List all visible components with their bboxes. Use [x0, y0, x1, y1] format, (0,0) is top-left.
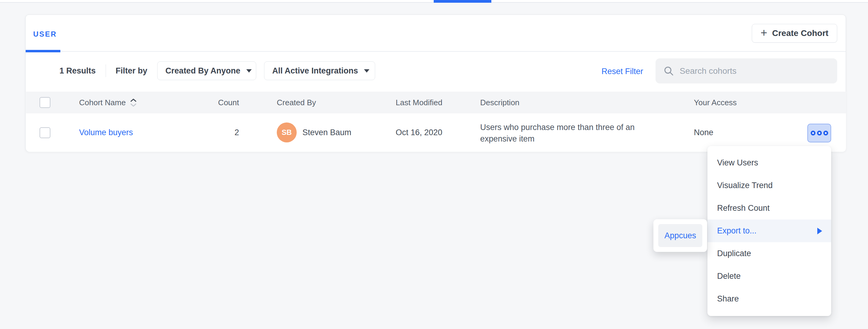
menu-item-duplicate[interactable]: Duplicate — [707, 242, 831, 265]
menu-item-delete[interactable]: Delete — [707, 265, 831, 287]
menu-item-view-users[interactable]: View Users — [707, 152, 831, 174]
header-created-by[interactable]: Created By — [277, 92, 316, 113]
created-by-dropdown[interactable]: Created By Anyone — [157, 61, 256, 80]
chevron-down-icon — [364, 69, 369, 73]
created-by-dropdown-label: Created By Anyone — [165, 66, 240, 76]
cohorts-page: USER + Create Cohort 1 Results Filter by… — [0, 0, 868, 329]
header-description[interactable]: Description — [480, 92, 519, 113]
menu-item-refresh-count[interactable]: Refresh Count — [707, 197, 831, 220]
row-actions-button[interactable] — [807, 124, 831, 142]
more-dots-icon — [817, 131, 822, 135]
header-count[interactable]: Count — [195, 92, 239, 113]
menu-item-export-to[interactable]: Export to... — [707, 220, 831, 242]
cohort-name-link[interactable]: Volume buyers — [79, 128, 133, 137]
cohorts-card: USER + Create Cohort 1 Results Filter by… — [25, 15, 846, 152]
select-all-checkbox[interactable] — [39, 97, 51, 108]
filter-row: 1 Results Filter by Created By Anyone Al… — [59, 61, 375, 80]
create-cohort-label: Create Cohort — [772, 28, 829, 38]
row-checkbox[interactable] — [39, 127, 51, 138]
header-last-modified[interactable]: Last Modified — [396, 92, 442, 113]
row-context-menu: View Users Visualize Trend Refresh Count… — [707, 146, 831, 316]
cohort-description: Users who purchase more than three of an… — [480, 121, 651, 144]
integrations-dropdown[interactable]: All Active Integrations — [264, 61, 375, 80]
table-header-row: Cohort Name Count Created By Last Modifi… — [26, 92, 846, 113]
created-by-name: Steven Baum — [302, 113, 351, 152]
search-icon — [663, 65, 674, 77]
submenu-arrow-icon — [817, 228, 822, 235]
create-cohort-button[interactable]: + Create Cohort — [752, 24, 837, 43]
search-input[interactable] — [680, 66, 825, 76]
header-your-access[interactable]: Your Access — [694, 92, 737, 113]
results-count: 1 Results — [59, 66, 96, 76]
last-modified-date: Oct 16, 2020 — [396, 113, 442, 152]
sort-icon[interactable] — [130, 98, 137, 107]
integrations-dropdown-label: All Active Integrations — [272, 66, 358, 76]
filter-divider — [105, 64, 106, 77]
plus-icon: + — [761, 27, 767, 38]
top-nav-strip — [0, 0, 868, 3]
menu-item-visualize-trend[interactable]: Visualize Trend — [707, 174, 831, 197]
avatar: SB — [277, 122, 297, 142]
header-cohort-name[interactable]: Cohort Name — [79, 92, 137, 113]
cohort-count: 2 — [195, 113, 239, 152]
reset-filter-link[interactable]: Reset Filter — [601, 67, 643, 76]
submenu-item-appcues[interactable]: Appcues — [658, 224, 702, 247]
filter-by-label: Filter by — [116, 66, 147, 76]
menu-item-share[interactable]: Share — [707, 287, 831, 310]
tab-strip: USER + Create Cohort — [26, 15, 846, 52]
more-dots-icon — [823, 131, 828, 135]
export-submenu: Appcues — [653, 219, 707, 252]
active-nav-tab-indicator — [434, 0, 491, 3]
search-box[interactable] — [655, 58, 837, 83]
tab-user-underline — [26, 50, 60, 52]
more-dots-icon — [811, 131, 815, 135]
tab-user[interactable]: USER — [33, 30, 57, 38]
chevron-down-icon — [246, 69, 252, 73]
